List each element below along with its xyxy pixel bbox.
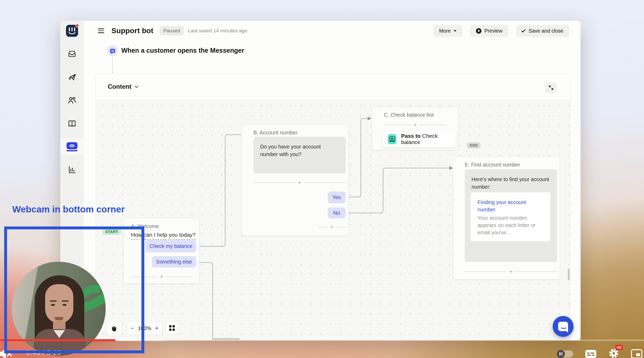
node-c-add-divider[interactable]: + <box>384 122 446 128</box>
article-excerpt: Your account number appears on each lett… <box>478 214 544 236</box>
more-button[interactable]: More <box>433 25 462 37</box>
annotation-label: Webcam in bottom corner <box>12 204 125 214</box>
people-icon <box>67 95 77 105</box>
notification-dot <box>75 24 79 27</box>
grid-icon <box>169 325 175 331</box>
sidebar-item-contacts[interactable] <box>60 92 84 109</box>
content-header-label[interactable]: Content <box>108 83 132 90</box>
messenger-trigger-icon <box>107 45 118 56</box>
node-e-title: E. Find account number <box>465 162 520 168</box>
inbox-icon <box>67 49 77 58</box>
sidebar-item-inbox[interactable] <box>60 45 84 62</box>
subtitles-button[interactable] <box>585 350 597 358</box>
status-badge: Paused <box>160 26 184 35</box>
article-link[interactable]: Finding your account number <box>478 199 544 213</box>
play-icon <box>476 28 481 34</box>
grid-view-button[interactable] <box>166 321 178 335</box>
sidebar-item-home[interactable] <box>60 22 84 39</box>
node-e-message: Here's where to find your account number… <box>472 176 549 190</box>
node-c-pass-action[interactable]: Pass to Check balance <box>382 131 456 147</box>
preview-button[interactable]: Preview <box>470 25 508 37</box>
node-b-title: B. Account number <box>253 130 297 136</box>
flow-canvas[interactable]: START A. Welcome How can I help you toda… <box>96 99 570 340</box>
sidebar-item-outbound[interactable] <box>60 69 84 86</box>
node-e-add-divider[interactable]: + <box>465 268 557 275</box>
node-c-title: C. Check balance bot <box>384 112 434 118</box>
node-b-message[interactable]: Do you have your account number with you… <box>253 137 346 174</box>
pause-icon <box>557 350 565 358</box>
intercom-logo-icon <box>66 25 78 37</box>
expand-canvas-button[interactable] <box>546 82 557 93</box>
node-a-button-something-else[interactable]: Something else <box>152 256 196 267</box>
expand-icon <box>548 85 554 91</box>
content-panel-header: Content <box>96 74 570 99</box>
trigger-label: When a customer opens the Messenger <box>121 47 244 54</box>
settings-button[interactable]: HD <box>609 348 619 358</box>
node-a-button-check-balance[interactable]: Check my balance <box>146 240 196 252</box>
hd-quality-badge: HD <box>616 345 623 350</box>
top-bar: Support bot Paused Last saved 14 minutes… <box>84 21 581 41</box>
miniplayer-button[interactable] <box>631 349 642 358</box>
check-icon <box>521 28 526 32</box>
zoom-in-button[interactable]: + <box>155 325 158 332</box>
webcam-highlight-rectangle <box>4 226 144 353</box>
bot-icon <box>67 142 77 151</box>
save-and-close-button[interactable]: Save and close <box>516 25 569 37</box>
messenger-launcher-button[interactable] <box>553 316 574 337</box>
paper-plane-icon <box>67 72 77 82</box>
trigger-connector <box>112 57 113 73</box>
chevron-down-icon <box>135 84 138 88</box>
node-b-add-divider[interactable]: + <box>253 179 346 186</box>
node-e-find-account-number[interactable]: E. Find account number Here's where to f… <box>453 156 560 279</box>
last-saved-text: Last saved 14 minutes ago <box>188 28 247 34</box>
caret-down-icon <box>454 30 457 32</box>
node-b-account-number[interactable]: B. Account number Do you have your accou… <box>241 125 349 236</box>
sidebar-item-reports[interactable] <box>60 161 84 178</box>
node-b-add-divider-2[interactable]: + <box>318 224 346 230</box>
bot-pass-icon <box>388 134 396 144</box>
sidebar-item-automation-active[interactable] <box>60 138 84 155</box>
autoplay-toggle[interactable] <box>557 350 573 357</box>
hamburger-menu-icon[interactable] <box>98 28 104 33</box>
page-title: Support bot <box>111 27 153 35</box>
vertical-scrollbar[interactable] <box>568 268 570 281</box>
bar-chart-icon <box>67 165 77 174</box>
node-e-message-box[interactable]: Here's where to find your account number… <box>465 169 557 262</box>
chat-bubble-icon <box>110 49 115 53</box>
end-badge: END <box>467 142 481 148</box>
node-c-check-balance-bot[interactable]: C. Check balance bot + Pass to Check bal… <box>372 107 458 150</box>
node-b-button-no[interactable]: No <box>328 207 345 218</box>
book-icon <box>67 119 77 128</box>
node-b-button-yes[interactable]: Yes <box>328 192 345 203</box>
article-card[interactable]: Finding your account number Your account… <box>471 192 550 241</box>
sidebar-item-knowledge[interactable] <box>60 115 84 132</box>
pass-action-label: Pass to Check balance <box>401 133 450 145</box>
content-panel: Content <box>96 74 570 340</box>
messenger-bubble-icon <box>558 322 568 331</box>
player-controls: HD <box>557 348 642 358</box>
